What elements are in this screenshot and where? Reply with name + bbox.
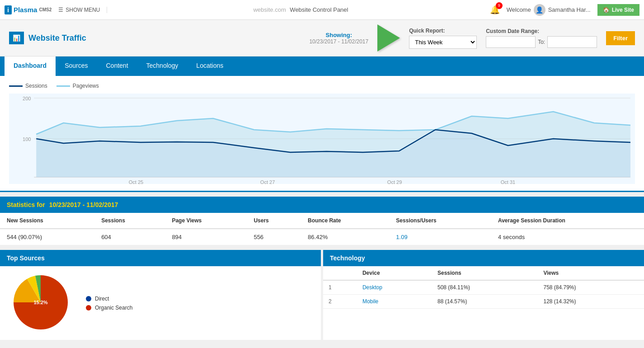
sessions-line-icon <box>9 85 23 87</box>
pie-area: 15.2% Direct Organic Search <box>0 266 321 340</box>
val-users: 556 <box>247 229 301 245</box>
header-section: 📊 Website Traffic Showing: 10/23/2017 - … <box>0 20 644 56</box>
tab-technology[interactable]: Technology <box>137 56 188 76</box>
user-avatar: 👤 <box>534 4 545 16</box>
col-users: Users <box>247 213 301 229</box>
legend-organic: Organic Search <box>86 305 132 311</box>
svg-text:Oct 27: Oct 27 <box>260 179 275 184</box>
logo-i-icon: i <box>5 5 12 14</box>
live-site-button[interactable]: 🏠 Live Site <box>597 4 639 16</box>
traffic-icon: 📊 <box>9 32 24 44</box>
technology-table: Device Sessions Views 1 Desktop 508 (84.… <box>323 266 644 309</box>
username-text: Samantha Har... <box>548 6 591 13</box>
col-avg-session: Average Session Duration <box>491 213 644 229</box>
quick-report-area: Quick Report: This Week Today Yesterday … <box>409 28 477 49</box>
showing-date: 10/23/2017 - 11/02/2017 <box>309 38 368 45</box>
custom-date-area: Custom Date Range: To: <box>486 28 597 48</box>
chart-legend: Sessions Pageviews <box>9 83 635 89</box>
legend-sessions: Sessions <box>9 83 47 89</box>
views-mobile: 128 (14.32%) <box>538 295 644 309</box>
top-sources-panel: Top Sources 15.2% <box>0 250 321 340</box>
val-sessions: 604 <box>94 229 165 245</box>
legend-pageviews: Pageviews <box>56 83 99 89</box>
site-title: website.com Website Control Panel <box>112 6 490 13</box>
chart-container: 200 100 Oct 25 Oct 27 Oct 29 Oct 31 <box>9 94 635 184</box>
tech-row-mobile: 2 Mobile 88 (14.57%) 128 (14.32%) <box>323 295 644 309</box>
statistics-section: Statistics for 10/23/2017 - 11/02/2017 N… <box>0 197 644 245</box>
top-sources-header: Top Sources <box>0 250 321 266</box>
top-bar: i Plasma CMS2 ☰ SHOW MENU website.com We… <box>0 0 644 20</box>
organic-dot <box>86 305 91 310</box>
top-bar-right: 🔔 9 Welcome 👤 Samantha Har... 🏠 Live Sit… <box>490 4 639 16</box>
pageviews-line-icon <box>56 85 70 87</box>
svg-text:Oct 31: Oct 31 <box>501 179 515 184</box>
tech-header-row: Device Sessions Views <box>323 266 644 280</box>
val-sessions-users: 1.09 <box>389 229 491 245</box>
tab-sources[interactable]: Sources <box>56 56 97 76</box>
row-num-2: 2 <box>323 295 357 309</box>
date-from-input[interactable] <box>486 36 536 48</box>
notification-bell[interactable]: 🔔 9 <box>490 5 500 15</box>
svg-text:100: 100 <box>23 136 31 142</box>
tab-content[interactable]: Content <box>97 56 137 76</box>
logo-area: i Plasma CMS2 <box>5 5 52 14</box>
site-url: website.com <box>253 6 286 13</box>
sessions-label: Sessions <box>25 83 47 89</box>
tab-dashboard[interactable]: Dashboard <box>5 56 56 76</box>
col-new-sessions: New Sessions <box>0 213 94 229</box>
statistics-header: Statistics for 10/23/2017 - 11/02/2017 <box>0 197 644 213</box>
home-icon: 🏠 <box>603 7 610 13</box>
quick-report-label: Quick Report: <box>409 28 477 34</box>
logo-plasma-text: Plasma <box>14 6 38 14</box>
tech-row-desktop: 1 Desktop 508 (84.11%) 758 (84.79%) <box>323 280 644 295</box>
custom-date-inputs: To: <box>486 36 597 48</box>
val-bounce-rate: 86.42% <box>301 229 389 245</box>
live-site-label: Live Site <box>612 7 634 13</box>
pageviews-label: Pageviews <box>73 83 99 89</box>
pie-legend: Direct Organic Search <box>86 296 132 311</box>
pie-chart: 15.2% <box>5 271 77 335</box>
page-title-area: 📊 Website Traffic <box>9 32 300 44</box>
arrow-wrapper <box>377 24 400 52</box>
quick-report-select[interactable]: This Week Today Yesterday Last Week This… <box>409 36 477 49</box>
welcome-area: Welcome 👤 Samantha Har... <box>507 4 591 16</box>
device-desktop: Desktop <box>357 280 432 295</box>
showing-area: Showing: 10/23/2017 - 11/02/2017 <box>309 32 368 45</box>
device-mobile: Mobile <box>357 295 432 309</box>
showing-label: Showing: <box>309 32 368 38</box>
svg-text:15.2%: 15.2% <box>33 300 47 305</box>
green-arrow-icon <box>377 24 400 52</box>
filter-button[interactable]: Filter <box>606 31 635 45</box>
val-page-views: 894 <box>165 229 247 245</box>
sessions-desktop: 508 (84.11%) <box>432 280 538 295</box>
statistics-date: 10/23/2017 - 11/02/2017 <box>49 201 118 208</box>
col-sessions-users: Sessions/Users <box>389 213 491 229</box>
views-desktop: 758 (84.79%) <box>538 280 644 295</box>
direct-dot <box>86 296 91 301</box>
organic-label: Organic Search <box>95 305 132 311</box>
technology-header: Technology <box>323 250 644 266</box>
statistics-table: New Sessions Sessions Page Views Users B… <box>0 213 644 245</box>
direct-label: Direct <box>95 296 109 302</box>
svg-text:200: 200 <box>23 96 31 101</box>
row-num-1: 1 <box>323 280 357 295</box>
page-title: Website Traffic <box>28 33 86 43</box>
date-to-input[interactable] <box>547 36 597 48</box>
control-panel-title: Website Control Panel <box>290 6 348 13</box>
show-menu-label: SHOW MENU <box>66 7 100 13</box>
stats-header-row: New Sessions Sessions Page Views Users B… <box>0 213 644 229</box>
custom-date-label: Custom Date Range: <box>486 28 597 34</box>
tab-locations[interactable]: Locations <box>187 56 232 76</box>
sessions-mobile: 88 (14.57%) <box>432 295 538 309</box>
nav-tabs: Dashboard Sources Content Technology Loc… <box>0 56 644 76</box>
stats-data-row: 544 (90.07%) 604 894 556 86.42% 1.09 4 s… <box>0 229 644 245</box>
show-menu-button[interactable]: ☰ SHOW MENU <box>58 7 107 13</box>
col-device: Device <box>357 266 432 280</box>
col-num <box>323 266 357 280</box>
legend-direct: Direct <box>86 296 132 302</box>
val-avg-session: 4 seconds <box>491 229 644 245</box>
welcome-text: Welcome <box>507 6 531 13</box>
bottom-panels: Top Sources 15.2% <box>0 250 644 340</box>
col-sessions: Sessions <box>94 213 165 229</box>
statistics-label: Statistics for <box>7 201 45 208</box>
